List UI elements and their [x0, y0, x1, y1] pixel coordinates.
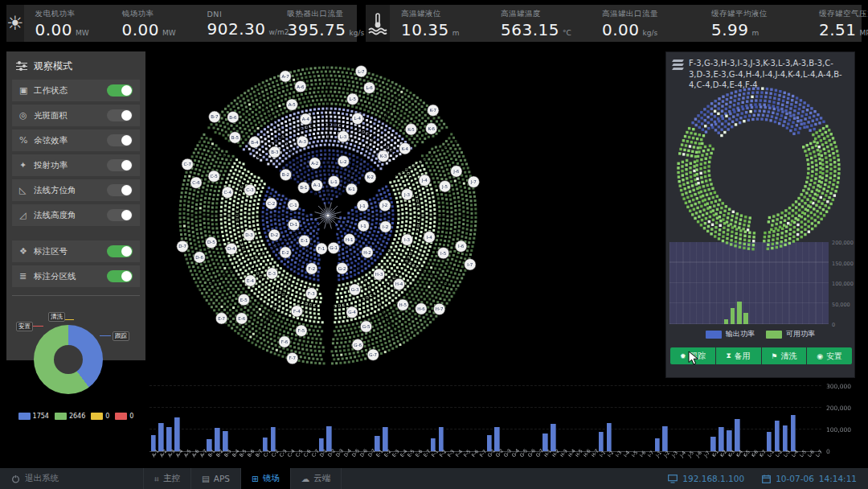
calendar-icon [762, 475, 771, 483]
toggle-label: 标注区号 [34, 246, 107, 257]
ip-address: 192.168.1.100 [682, 474, 744, 483]
donut-legend-item-安置: 0 [115, 413, 133, 420]
mini-ytick: 0 [832, 322, 856, 328]
metric-unit: MW [76, 29, 89, 37]
metric-value: 902.30 [207, 19, 266, 39]
heliostat-field-map[interactable] [159, 46, 497, 385]
metric-label: 高温罐出口流量 [602, 9, 700, 19]
topbar-generation: ☀ 发电机功率0.00MW镜场功率0.00MWDNI902.30w/m2吸热器出… [6, 5, 357, 42]
divider [12, 295, 140, 296]
gridline [149, 385, 821, 386]
备用-button[interactable]: ⧗备用 [716, 347, 761, 364]
toggle-row-法线高度角[interactable]: ◿法线高度角 [12, 204, 140, 226]
lines-icon: ≣ [19, 271, 34, 281]
metric-value-row: 5.99m [711, 20, 808, 39]
metric-unit: MW [162, 29, 176, 37]
donut-legend: 1754264600 [6, 413, 145, 420]
zone-bar-I-2 [607, 423, 612, 451]
metric-value-row: 2.51MPa [819, 20, 868, 39]
metric-value: 2.51 [819, 20, 857, 39]
toggle-knob [121, 246, 132, 257]
thermometer-waves-icon [366, 5, 390, 42]
storage-metric-4: 缓存罐空气压力2.51MPa [808, 5, 868, 42]
metric-value: 0.00 [122, 20, 160, 39]
toggle-label: 标注分区线 [34, 271, 107, 282]
toggle-switch[interactable] [107, 245, 133, 257]
zone-legend-item-输出功率: 输出功率 [706, 329, 755, 339]
toggle-row-工作状态[interactable]: ▣工作状态 [12, 80, 140, 101]
toggle-label: 光斑面积 [34, 110, 107, 121]
flag-icon: ⚑ [771, 352, 777, 360]
toggle-switch[interactable] [107, 270, 133, 282]
toggle-knob [121, 185, 132, 195]
donut-legend-item-跟踪: 1754 [18, 413, 49, 420]
annotation-toggle-group: ❖标注区号≣标注分区线 [6, 240, 145, 287]
anchor-icon: ◉ [817, 352, 823, 360]
datetime-group: 10-07-06 14:14:11 [762, 474, 857, 483]
storage-metric-1: 高温罐温度563.15°C [489, 5, 591, 42]
bottom-ytick: 0 [826, 448, 830, 455]
button-label: 备用 [735, 351, 751, 362]
sun-icon: ☀ [6, 5, 24, 42]
toggle-switch[interactable] [107, 134, 133, 146]
observation-mode-label: 观察模式 [34, 60, 72, 73]
tab-主控[interactable]: ⌗主控 [143, 468, 190, 489]
legend-swatch [91, 413, 103, 420]
toggle-row-光斑面积[interactable]: ◎光斑面积 [12, 105, 140, 126]
metric-unit: MPa [860, 29, 868, 37]
toggle-row-投射功率[interactable]: ✦投射功率 [12, 154, 140, 176]
metric-value-row: 0.00MW [122, 20, 196, 39]
azimuth-angle-icon: ◺ [19, 185, 34, 195]
tab-APS[interactable]: ▤APS [190, 468, 240, 489]
清洗-button[interactable]: ⚑清洗 [762, 347, 807, 364]
generation-metric-1: 镜场功率0.00MW [111, 5, 196, 42]
date-label: 10-07-06 [776, 474, 814, 483]
mini-ytick: 150,000 [832, 261, 856, 267]
sun-icon: ✹ [680, 352, 686, 360]
metric-value-row: 563.15°C [501, 20, 591, 39]
spot-icon: ◎ [19, 110, 34, 121]
donut-callout-line [32, 326, 43, 327]
toggle-switch[interactable] [107, 159, 133, 171]
toggle-row-余弦效率[interactable]: %余弦效率 [12, 129, 140, 151]
selected-zones-list: F-3,G-3,H-3,I-3,J-3,K-3,L-3,A-3,B-3,C-3,… [689, 58, 848, 91]
zone-xlabel: E-3 [391, 448, 400, 458]
metric-label: 缓存罐平均液位 [711, 9, 808, 19]
storage-metric-0: 高温罐液位10.35m [390, 5, 489, 42]
field-power-bar-chart: A-1A-2A-3A-4A-5A-6A-7B-1B-2B-3B-4B-5B-6B… [149, 380, 821, 451]
legend-swatch [766, 331, 782, 339]
toggle-row-标注区号[interactable]: ❖标注区号 [12, 240, 140, 262]
镜场-tab-icon: ⊞ [252, 474, 259, 483]
metric-label: 高温罐液位 [401, 9, 489, 19]
tab-镜场[interactable]: ⊞镜场 [240, 468, 290, 489]
metric-value-row: 10.35m [401, 20, 489, 39]
tag-icon: ❖ [19, 246, 34, 257]
安置-button[interactable]: ◉安置 [807, 347, 852, 364]
toggle-row-标注分区线[interactable]: ≣标注分区线 [12, 265, 140, 287]
metric-label: 镜场功率 [122, 9, 196, 19]
generation-metric-0: 发电机功率0.00MW [24, 5, 111, 42]
state-donut-chart: 清洗安置跟踪1754264600 [6, 301, 145, 421]
toggle-row-法线方位角[interactable]: ◺法线方位角 [12, 179, 140, 201]
layers-icon [673, 60, 683, 91]
toggle-switch[interactable] [107, 84, 133, 97]
time-label: 14:14:11 [819, 474, 857, 483]
metric-value-row: 0.00kg/s [602, 20, 700, 39]
云端-tab-icon: ☁ [301, 474, 310, 483]
APS-tab-icon: ▤ [202, 474, 210, 483]
metric-unit: kg/s [643, 29, 658, 37]
nav-tabs: ⌗主控▤APS⊞镜场☁云端 [143, 468, 342, 489]
gridline [149, 407, 821, 408]
zone-bar-I-1 [599, 432, 604, 451]
topbar-storage: 高温罐液位10.35m高温罐温度563.15°C高温罐出口流量0.00kg/s缓… [366, 5, 862, 42]
toggle-label: 投射功率 [34, 160, 107, 171]
toggle-switch[interactable] [107, 209, 133, 221]
exit-system-button[interactable]: 退出系统 [0, 468, 70, 489]
zone-bar-L-4 [791, 415, 796, 451]
toggle-switch[interactable] [107, 184, 133, 196]
toggle-switch[interactable] [107, 109, 133, 121]
metric-unit: m [752, 29, 760, 37]
power-icon [11, 475, 20, 483]
zone-power-chart [669, 242, 829, 324]
tab-云端[interactable]: ☁云端 [290, 468, 342, 489]
